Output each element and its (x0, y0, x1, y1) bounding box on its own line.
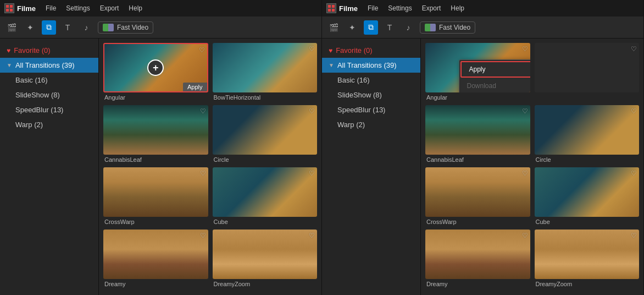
menu-help[interactable]: Help (124, 3, 147, 13)
heart-button[interactable]: ♡ (200, 232, 206, 239)
menu-bar: File Settings Export Help (41, 3, 147, 13)
sidebar-speedblur-label: SpeedBlur (13) (15, 106, 63, 114)
sidebar-item-speedblur[interactable]: SpeedBlur (13) (0, 102, 98, 117)
grid-item-dreamyzoom-right[interactable]: ♡ DreamyZoom (535, 230, 640, 287)
sparkle-icon-right[interactable]: ✦ (345, 20, 359, 35)
sidebar-item-warp-right[interactable]: Warp (2) (322, 117, 420, 132)
dreamy-label: Dreamy (103, 281, 208, 287)
heart-button-r2[interactable]: ♡ (631, 45, 637, 53)
heart-button[interactable]: ♡ (309, 45, 315, 53)
transition-icon[interactable]: ⧉ (42, 20, 56, 35)
svg-rect-1 (10, 5, 13, 8)
heart-button[interactable]: ♡ (309, 232, 315, 239)
menu-file-right[interactable]: File (363, 3, 382, 13)
grid-item-dreamyzoom[interactable]: ♡ DreamyZoom (213, 230, 318, 287)
cube-label-right: Cube (535, 218, 640, 225)
sidebar-item-all-transitions[interactable]: ▼ All Transitions (39) (0, 58, 98, 73)
film-icon[interactable]: 🎬 (4, 20, 19, 35)
grid-item-placeholder: ♡ placeholder (535, 43, 640, 101)
grid-item-circle[interactable]: ♡ Circle (213, 105, 318, 163)
sidebar-item-all-transitions-right[interactable]: ▼ All Transitions (39) (322, 58, 420, 73)
music-icon[interactable]: ♪ (79, 20, 93, 35)
heart-button-crosswarp-right[interactable]: ♡ (522, 170, 528, 177)
crosswarp-label: CrossWarp (103, 218, 208, 225)
sidebar-speedblur-label-right: SpeedBlur (13) (337, 106, 385, 114)
sidebar-item-warp[interactable]: Warp (2) (0, 117, 98, 132)
cannabis-label-right: CannabisLeaf (425, 156, 530, 163)
chevron-down-icon: ▼ (7, 62, 12, 68)
thumb-dreamy-right: ♡ (425, 230, 530, 279)
thumb-circle: ♡ (213, 105, 318, 155)
heart-button-circle-right[interactable]: ♡ (631, 107, 637, 115)
heart-button-right[interactable]: ♡ (522, 45, 528, 53)
menu-help-right[interactable]: Help (446, 3, 469, 13)
transition-icon-right[interactable]: ⧉ (364, 20, 378, 35)
heart-button-dreamy-right[interactable]: ♡ (522, 232, 528, 239)
text-icon[interactable]: T (60, 20, 75, 35)
main-content-left: ♥ Favorite (0) ▼ All Transitions (39) Ba… (0, 39, 321, 295)
thumb-cube: ♡ (213, 167, 318, 217)
sidebar-favorite-label-right: Favorite (0) (336, 46, 372, 54)
heart-icon: ♥ (7, 47, 10, 54)
music-icon-right[interactable]: ♪ (401, 20, 415, 35)
toolbar-left: 🎬 ✦ ⧉ T ♪ Fast Video (0, 17, 321, 39)
grid-item-bowtie[interactable]: ♡ BowTieHorizontal (213, 43, 318, 101)
fast-video-button[interactable]: Fast Video (98, 21, 153, 34)
heart-button-cube-right[interactable]: ♡ (631, 170, 637, 177)
heart-button[interactable]: ♡ (200, 170, 206, 177)
bowtie-label: BowTieHorizontal (213, 94, 318, 101)
grid-item-crosswarp-right[interactable]: ♡ CrossWarp (425, 167, 530, 225)
apply-button[interactable]: Apply (183, 83, 207, 91)
sidebar-item-favorite-right[interactable]: ♥ Favorite (0) (322, 43, 420, 58)
heart-button[interactable]: ♡ (309, 170, 315, 177)
sidebar-item-favorite[interactable]: ♥ Favorite (0) (0, 43, 98, 58)
sidebar-item-basic-right[interactable]: Basic (16) (322, 73, 420, 88)
sidebar-all-transitions-label-right: All Transitions (39) (337, 61, 397, 69)
sidebar-basic-label: Basic (16) (15, 76, 48, 84)
grid-item-cube[interactable]: ♡ Cube (213, 167, 318, 225)
fast-video-button-right[interactable]: Fast Video (420, 21, 475, 34)
app-name: Filme (17, 4, 36, 13)
sidebar-item-basic[interactable]: Basic (16) (0, 73, 98, 88)
menu-settings-right[interactable]: Settings (384, 3, 416, 13)
plus-button[interactable]: + (147, 59, 164, 76)
sparkle-icon[interactable]: ✦ (23, 20, 37, 35)
heart-button[interactable]: ♡ (200, 107, 206, 115)
grid-item-crosswarp[interactable]: ♡ CrossWarp (103, 167, 208, 225)
svg-rect-4 (328, 5, 331, 8)
grid-item-dreamy-right[interactable]: ♡ Dreamy (425, 230, 530, 287)
menu-file[interactable]: File (41, 3, 60, 13)
context-menu-apply[interactable]: Apply (460, 61, 530, 78)
film-icon-right[interactable]: 🎬 (326, 20, 341, 35)
grid-item-circle-right[interactable]: ♡ Circle (535, 105, 640, 163)
menu-export-right[interactable]: Export (418, 3, 446, 13)
thumb-dreamy: ♡ (103, 230, 208, 279)
context-menu-download[interactable]: Download (459, 79, 530, 92)
sidebar-item-slideshow-right[interactable]: SlideShow (8) (322, 88, 420, 102)
grid-item-angular-right[interactable]: ♡ Apply Download Download All Add to Fav… (425, 43, 530, 101)
left-panel: Filme File Settings Export Help 🎬 ✦ ⧉ T … (0, 0, 322, 295)
grid-item-cannabis[interactable]: ♡ CannabisLeaf (103, 105, 208, 163)
fast-video-icon-right (425, 24, 436, 31)
grid-item-dreamy[interactable]: ♡ Dreamy (103, 230, 208, 287)
menu-settings[interactable]: Settings (62, 3, 94, 13)
sidebar-item-speedblur-right[interactable]: SpeedBlur (13) (322, 102, 420, 117)
sidebar-item-slideshow[interactable]: SlideShow (8) (0, 88, 98, 102)
menu-export[interactable]: Export (96, 3, 124, 13)
text-icon-right[interactable]: T (382, 20, 397, 35)
thumb-cannabis-right: ♡ (425, 105, 530, 155)
heart-button[interactable]: ♡ (199, 46, 205, 54)
heart-button[interactable]: ♡ (309, 107, 315, 115)
grid-item-cannabis-right[interactable]: ♡ CannabisLeaf (425, 105, 530, 163)
transitions-grid-left: + ♡ Apply Angular ♡ BowTieHorizontal ♡ C… (99, 39, 321, 295)
heart-button-cannabis-right[interactable]: ♡ (522, 107, 528, 115)
svg-rect-0 (6, 5, 9, 8)
dreamyzoom-label-right: DreamyZoom (535, 281, 640, 287)
circle-label: Circle (213, 156, 318, 163)
grid-item-cube-right[interactable]: ♡ Cube (535, 167, 640, 225)
heart-button-dreamyzoom-right[interactable]: ♡ (631, 232, 637, 239)
grid-item-angular[interactable]: + ♡ Apply Angular (103, 43, 208, 101)
svg-rect-6 (328, 9, 331, 12)
svg-rect-2 (6, 9, 9, 12)
menu-bar-right: File Settings Export Help (363, 3, 469, 13)
